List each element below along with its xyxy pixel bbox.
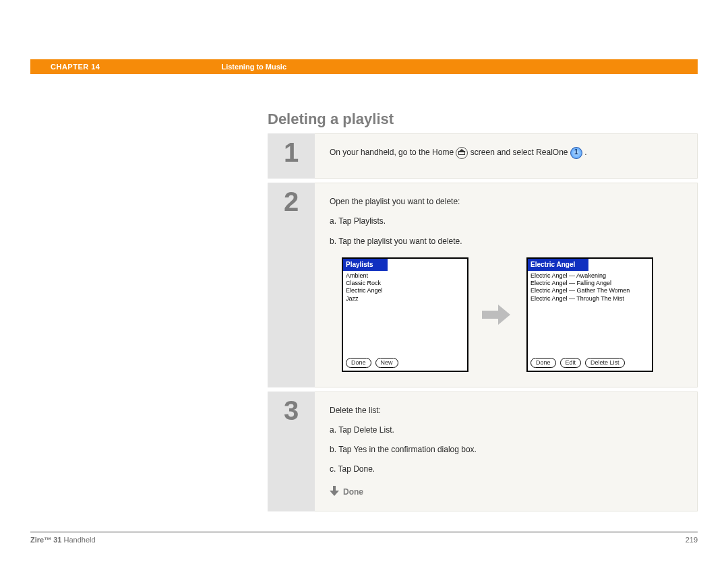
step-1: 1 On your handheld, go to the Home scree… [268,133,698,183]
step-3-substeps: a. Tap Delete List. b. Tap Yes in the co… [330,424,682,476]
list-item[interactable]: Electric Angel — Through The Mist [530,295,649,303]
steps-container: 1 On your handheld, go to the Home scree… [268,133,698,516]
document-page: CHAPTER 14 Listening to Music Deleting a… [0,0,728,562]
screenshots-row: Playlists Ambient Classic Rock Electric … [330,257,682,372]
step-1-text-a: On your handheld, go to the Home [330,148,456,157]
step-body: Open the playlist you want to delete: a.… [315,183,698,387]
section-title: Deleting a playlist [268,111,394,128]
product-name: Zire™ 31 Handheld [30,536,96,544]
step-number: 3 [268,392,315,511]
list-item[interactable]: Electric Angel — Awakening [530,272,649,280]
arrow-right-icon [482,299,513,330]
list-item[interactable]: Electric Angel [346,287,464,294]
delete-list-button[interactable]: Delete List [585,358,625,368]
chapter-label: CHAPTER 14 [51,63,100,71]
list-item[interactable]: Jazz [346,295,464,303]
page-footer: Zire™ 31 Handheld 219 [30,536,698,544]
device-titlebar: Electric Angel [528,259,588,271]
list-item[interactable]: Classic Rock [346,280,464,287]
step-1-text-b: screen and select RealOne [471,148,570,157]
device-button-bar: Done Edit Delete List [528,356,652,371]
list-item[interactable]: Electric Angel — Falling Angel [530,280,649,287]
edit-button[interactable]: Edit [560,358,582,368]
list-item[interactable]: Electric Angel — Gather The Women [530,287,649,294]
product-name-bold: Zire™ 31 [30,536,61,544]
step-number: 1 [268,133,315,179]
step-3c: c. Tap Done. [330,463,682,476]
step-2-intro: Open the playlist you want to delete: [330,195,682,208]
device-list: Electric Angel — Awakening Electric Ange… [528,271,652,356]
device-list: Ambient Classic Rock Electric Angel Jazz [343,271,467,356]
new-button[interactable]: New [375,358,398,368]
step-body: Delete the list: a. Tap Delete List. b. … [315,392,698,511]
device-button-bar: Done New [343,356,467,371]
done-button[interactable]: Done [530,358,556,368]
step-2-substeps: a. Tap Playlists. b. Tap the playlist yo… [330,215,682,247]
done-label: Done [343,486,363,499]
product-name-rest: Handheld [61,536,95,544]
step-2b: b. Tap the playlist you want to delete. [330,235,682,248]
step-2: 2 Open the playlist you want to delete: … [268,183,698,392]
chapter-bar: CHAPTER 14 Listening to Music [30,59,698,74]
list-item[interactable]: Ambient [346,272,464,280]
step-3a: a. Tap Delete List. [330,424,682,437]
realone-icon: 1 [570,147,582,159]
step-3b: b. Tap Yes in the confirmation dialog bo… [330,443,682,456]
page-number: 219 [686,536,698,544]
step-2a: a. Tap Playlists. [330,215,682,228]
done-indicator: Done [330,486,682,499]
step-1-text: On your handheld, go to the Home screen … [330,146,682,159]
device-playlists: Playlists Ambient Classic Rock Electric … [342,257,468,372]
home-icon [456,147,468,159]
step-3-intro: Delete the list: [330,404,682,417]
chapter-title: Listening to Music [221,63,286,71]
arrow-down-icon [330,486,339,498]
device-playlist-detail: Electric Angel Electric Angel — Awakenin… [526,257,653,372]
step-number: 2 [268,183,315,387]
device-titlebar: Playlists [343,259,388,271]
done-button[interactable]: Done [346,358,371,368]
step-body: On your handheld, go to the Home screen … [315,133,698,179]
footer-divider [30,532,698,532]
step-1-text-c: . [584,148,586,157]
step-3: 3 Delete the list: a. Tap Delete List. b… [268,392,698,516]
